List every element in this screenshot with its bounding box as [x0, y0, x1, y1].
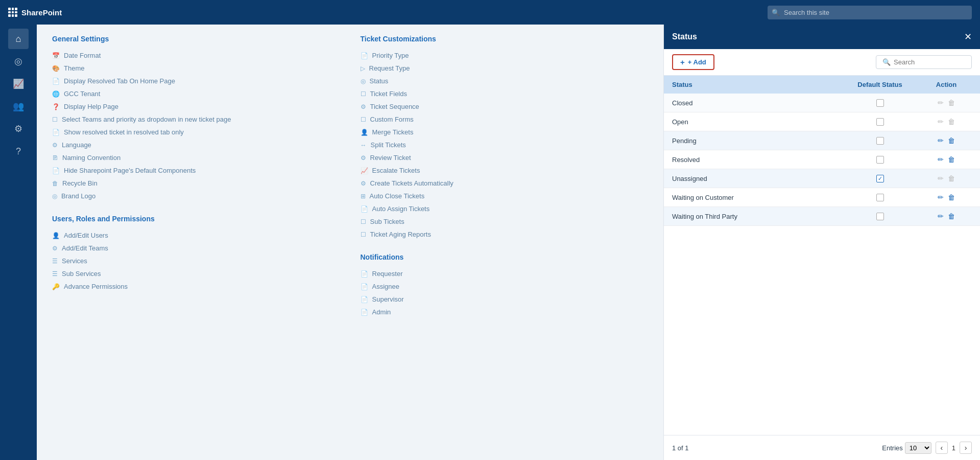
status-value: Closed — [672, 99, 839, 107]
settings-item-supervisor[interactable]: 📄 Supervisor — [361, 293, 649, 306]
site-search-input[interactable] — [768, 6, 972, 19]
settings-item-priority[interactable]: 📄 Priority Type — [361, 49, 649, 62]
settings-item-language[interactable]: ⚙ Language — [52, 139, 340, 151]
settings-item-services[interactable]: ☰ Services — [52, 255, 340, 267]
settings-item-label: Request Type — [369, 64, 410, 72]
settings-item-sub-tickets[interactable]: ☐ Sub Tickets — [361, 215, 649, 228]
settings-item-admin[interactable]: 📄 Admin — [361, 306, 649, 318]
settings-item-auto-create[interactable]: ⚙ Create Tickets Automatically — [361, 177, 649, 190]
settings-item-review[interactable]: ⚙ Review Ticket — [361, 151, 649, 164]
action-cell: ✏ 🗑 — [921, 174, 972, 182]
edit-button[interactable]: ✏ — [938, 155, 944, 164]
sidebar-item-help[interactable]: ? — [8, 141, 29, 162]
status-search-input[interactable] — [894, 58, 965, 66]
default-status-checkbox[interactable] — [876, 175, 884, 182]
status-value: Waiting on Customer — [672, 194, 839, 201]
sidebar-item-settings[interactable]: ⚙ — [8, 119, 29, 139]
prev-page-button[interactable]: ‹ — [936, 442, 948, 454]
settings-item-label: Advance Permissions — [64, 283, 128, 290]
sidebar-item-chart[interactable]: 📈 — [8, 74, 29, 94]
settings-item-ticket-fields[interactable]: ☐ Ticket Fields — [361, 87, 649, 100]
settings-item-naming[interactable]: 🖹 Naming Convention — [52, 151, 340, 164]
site-search[interactable]: 🔍 — [768, 6, 972, 19]
settings-item-label: Assignee — [372, 283, 399, 290]
action-cell: ✏ 🗑 — [921, 136, 972, 145]
delete-button[interactable]: 🗑 — [948, 193, 955, 201]
default-status-checkbox[interactable] — [876, 99, 884, 107]
customizations-title: Ticket Customizations — [361, 35, 649, 43]
notifications-title: Notifications — [361, 253, 649, 261]
settings-item-teams-priority[interactable]: ☐ Select Teams and priority as dropdown … — [52, 113, 340, 126]
settings-item-date-format[interactable]: 📅 Date Format — [52, 49, 340, 62]
settings-item-help-page[interactable]: ❓ Display Help Page — [52, 100, 340, 113]
settings-item-brand-logo[interactable]: ◎ Brand Logo — [52, 190, 340, 202]
settings-item-gcc-tenant[interactable]: 🌐 GCC Tenant — [52, 87, 340, 100]
search-icon: 🔍 — [882, 58, 891, 66]
settings-item-resolved-only[interactable]: 📄 Show resolved ticket in resolved tab o… — [52, 126, 340, 139]
table-row: Open ✏ 🗑 — [664, 112, 980, 131]
settings-item-resolved-tab[interactable]: 📄 Display Resolved Tab On Home Page — [52, 75, 340, 87]
default-status-checkbox[interactable] — [876, 156, 884, 164]
page-info: 1 of 1 — [672, 444, 689, 452]
status-search[interactable]: 🔍 — [876, 55, 972, 69]
settings-item-ticket-sequence[interactable]: ⚙ Ticket Sequence — [361, 100, 649, 113]
edit-button[interactable]: ✏ — [938, 212, 944, 220]
default-status-checkbox[interactable] — [876, 137, 884, 145]
settings-item-advance-perms[interactable]: 🔑 Advance Permissions — [52, 280, 340, 293]
settings-item-label: Sub Services — [62, 270, 101, 278]
auto-assign-icon: 📄 — [361, 205, 368, 213]
sidebar-item-home[interactable]: ⌂ — [8, 29, 29, 49]
status-value: Unassigned — [672, 175, 839, 182]
settings-item-auto-close[interactable]: ⊞ Auto Close Tickets — [361, 190, 649, 202]
settings-item-label: Status — [370, 77, 389, 85]
teams-icon: ☐ — [52, 116, 58, 123]
sidebar-item-globe[interactable]: ◎ — [8, 51, 29, 72]
default-status-checkbox[interactable] — [876, 118, 884, 126]
settings-item-recycle[interactable]: 🗑 Recycle Bin — [52, 177, 340, 190]
delete-button[interactable]: 🗑 — [948, 136, 955, 145]
action-cell: ✏ 🗑 — [921, 99, 972, 107]
default-status-cell — [839, 213, 921, 220]
entries-dropdown[interactable]: 10 25 50 100 — [905, 442, 931, 454]
settings-item-request-type[interactable]: ▷ Request Type — [361, 62, 649, 75]
settings-item-add-teams[interactable]: ⚙ Add/Edit Teams — [52, 242, 340, 255]
settings-item-label: Ticket Fields — [370, 90, 407, 98]
settings-col-left: General Settings 📅 Date Format 🎨 Theme 📄… — [52, 35, 340, 318]
settings-item-split[interactable]: ↔ Split Tickets — [361, 139, 649, 151]
default-status-checkbox[interactable] — [876, 194, 884, 201]
settings-item-theme[interactable]: 🎨 Theme — [52, 62, 340, 75]
add-button[interactable]: + + Add — [672, 54, 714, 70]
settings-item-label: Recycle Bin — [62, 179, 98, 187]
settings-item-custom-forms[interactable]: ☐ Custom Forms — [361, 113, 649, 126]
aging-icon: ☐ — [361, 231, 366, 238]
settings-item-sub-services[interactable]: ☰ Sub Services — [52, 267, 340, 280]
default-status-cell — [839, 137, 921, 145]
delete-button: 🗑 — [948, 174, 955, 182]
next-page-button[interactable]: › — [960, 442, 972, 454]
settings-item-escalate[interactable]: 📈 Escalate Tickets — [361, 164, 649, 177]
settings-item-merge[interactable]: 👤 Merge Tickets — [361, 126, 649, 139]
settings-item-label: Display Help Page — [64, 103, 118, 110]
settings-item-hide-default[interactable]: 📄 Hide Sharepoint Page's Default Compone… — [52, 164, 340, 177]
settings-item-aging[interactable]: ☐ Ticket Aging Reports — [361, 228, 649, 241]
entries-select[interactable]: Entries 10 25 50 100 — [882, 442, 931, 454]
settings-item-add-users[interactable]: 👤 Add/Edit Users — [52, 229, 340, 242]
settings-item-label: Split Tickets — [371, 141, 406, 149]
resolved-tab-icon: 📄 — [52, 78, 60, 85]
settings-item-label: Add/Edit Users — [64, 232, 108, 239]
settings-item-label: Date Format — [64, 52, 101, 59]
settings-item-status[interactable]: ◎ Status — [361, 75, 649, 87]
waffle-icon[interactable] — [8, 8, 17, 17]
delete-button[interactable]: 🗑 — [948, 212, 955, 220]
settings-item-auto-assign[interactable]: 📄 Auto Assign Tickets — [361, 202, 649, 215]
sidebar-item-users[interactable]: 👥 — [8, 96, 29, 117]
close-button[interactable]: ✕ — [964, 31, 972, 42]
settings-item-assignee[interactable]: 📄 Assignee — [361, 280, 649, 293]
default-status-checkbox[interactable] — [876, 213, 884, 220]
edit-button[interactable]: ✏ — [938, 136, 944, 145]
edit-button[interactable]: ✏ — [938, 193, 944, 201]
delete-button[interactable]: 🗑 — [948, 155, 955, 164]
settings-panel: General Settings 📅 Date Format 🎨 Theme 📄… — [37, 25, 663, 460]
merge-icon: 👤 — [361, 129, 368, 136]
settings-item-requester[interactable]: 📄 Requester — [361, 267, 649, 280]
